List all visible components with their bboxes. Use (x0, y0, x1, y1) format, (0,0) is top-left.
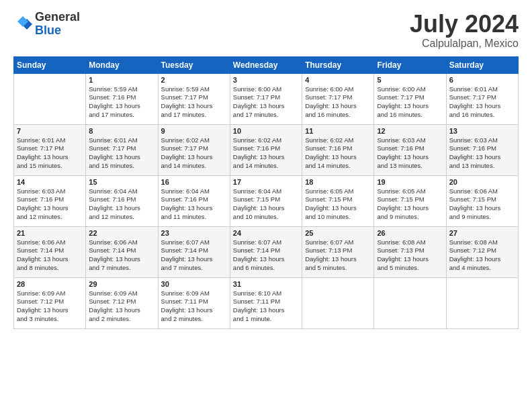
day-info: Sunrise: 6:04 AMSunset: 7:16 PMDaylight:… (161, 187, 227, 222)
day-info: Sunrise: 6:06 AMSunset: 7:14 PMDaylight:… (89, 238, 154, 273)
day-info: Sunrise: 6:02 AMSunset: 7:17 PMDaylight:… (161, 136, 227, 171)
day-info: Sunrise: 6:08 AMSunset: 7:12 PMDaylight:… (449, 238, 515, 273)
calendar-cell: 15Sunrise: 6:04 AMSunset: 7:16 PMDayligh… (86, 175, 158, 226)
day-info: Sunrise: 6:02 AMSunset: 7:16 PMDaylight:… (233, 136, 299, 171)
calendar-cell: 1Sunrise: 5:59 AMSunset: 7:16 PMDaylight… (86, 73, 158, 124)
calendar-week-0: 1Sunrise: 5:59 AMSunset: 7:16 PMDaylight… (14, 73, 519, 124)
calendar-cell: 3Sunrise: 6:00 AMSunset: 7:17 PMDaylight… (230, 73, 302, 124)
header-tuesday: Tuesday (158, 56, 230, 73)
calendar-cell: 28Sunrise: 6:09 AMSunset: 7:12 PMDayligh… (14, 277, 86, 328)
header-wednesday: Wednesday (230, 56, 302, 73)
day-info: Sunrise: 6:06 AMSunset: 7:15 PMDaylight:… (449, 187, 515, 222)
header-friday: Friday (374, 56, 446, 73)
calendar-cell: 16Sunrise: 6:04 AMSunset: 7:16 PMDayligh… (158, 175, 230, 226)
calendar-week-3: 21Sunrise: 6:06 AMSunset: 7:14 PMDayligh… (14, 226, 519, 277)
day-info: Sunrise: 6:06 AMSunset: 7:14 PMDaylight:… (17, 238, 83, 273)
calendar-cell: 11Sunrise: 6:02 AMSunset: 7:16 PMDayligh… (302, 124, 374, 175)
calendar-cell: 20Sunrise: 6:06 AMSunset: 7:15 PMDayligh… (446, 175, 518, 226)
day-number: 7 (17, 127, 83, 135)
day-number: 16 (161, 178, 227, 186)
calendar-cell (446, 277, 518, 328)
logo-text: General Blue (35, 11, 80, 38)
day-info: Sunrise: 6:07 AMSunset: 7:13 PMDaylight:… (305, 238, 371, 273)
day-number: 15 (89, 178, 154, 186)
day-number: 29 (89, 280, 154, 288)
day-number: 2 (161, 76, 227, 84)
day-info: Sunrise: 6:00 AMSunset: 7:17 PMDaylight:… (233, 85, 299, 120)
day-info: Sunrise: 6:03 AMSunset: 7:16 PMDaylight:… (449, 136, 515, 171)
header: General Blue July 2024 Calpulalpan, Mexi… (13, 11, 519, 50)
day-number: 23 (161, 229, 227, 237)
calendar-cell: 5Sunrise: 6:00 AMSunset: 7:17 PMDaylight… (374, 73, 446, 124)
calendar-cell: 8Sunrise: 6:01 AMSunset: 7:17 PMDaylight… (86, 124, 158, 175)
calendar-cell: 14Sunrise: 6:03 AMSunset: 7:16 PMDayligh… (14, 175, 86, 226)
calendar-cell: 10Sunrise: 6:02 AMSunset: 7:16 PMDayligh… (230, 124, 302, 175)
day-info: Sunrise: 6:08 AMSunset: 7:13 PMDaylight:… (377, 238, 443, 273)
header-thursday: Thursday (302, 56, 374, 73)
location: Calpulalpan, Mexico (410, 38, 519, 50)
calendar-cell: 23Sunrise: 6:07 AMSunset: 7:14 PMDayligh… (158, 226, 230, 277)
day-number: 22 (89, 229, 154, 237)
day-number: 12 (377, 127, 443, 135)
calendar-week-1: 7Sunrise: 6:01 AMSunset: 7:17 PMDaylight… (14, 124, 519, 175)
calendar-cell: 22Sunrise: 6:06 AMSunset: 7:14 PMDayligh… (86, 226, 158, 277)
logo-general: General (35, 11, 80, 24)
day-number: 11 (305, 127, 371, 135)
day-number: 18 (305, 178, 371, 186)
day-info: Sunrise: 6:07 AMSunset: 7:14 PMDaylight:… (233, 238, 299, 273)
calendar-cell: 4Sunrise: 6:00 AMSunset: 7:17 PMDaylight… (302, 73, 374, 124)
day-info: Sunrise: 6:05 AMSunset: 7:15 PMDaylight:… (305, 187, 371, 222)
day-number: 3 (233, 76, 299, 84)
calendar-cell: 24Sunrise: 6:07 AMSunset: 7:14 PMDayligh… (230, 226, 302, 277)
day-number: 9 (161, 127, 227, 135)
calendar-cell: 25Sunrise: 6:07 AMSunset: 7:13 PMDayligh… (302, 226, 374, 277)
day-info: Sunrise: 6:00 AMSunset: 7:17 PMDaylight:… (377, 85, 443, 120)
day-number: 14 (17, 178, 83, 186)
calendar-cell: 13Sunrise: 6:03 AMSunset: 7:16 PMDayligh… (446, 124, 518, 175)
day-info: Sunrise: 6:01 AMSunset: 7:17 PMDaylight:… (89, 136, 154, 171)
day-info: Sunrise: 6:02 AMSunset: 7:16 PMDaylight:… (305, 136, 371, 171)
day-info: Sunrise: 6:05 AMSunset: 7:15 PMDaylight:… (377, 187, 443, 222)
calendar-week-4: 28Sunrise: 6:09 AMSunset: 7:12 PMDayligh… (14, 277, 519, 328)
day-info: Sunrise: 6:09 AMSunset: 7:11 PMDaylight:… (161, 289, 227, 324)
day-info: Sunrise: 6:09 AMSunset: 7:12 PMDaylight:… (17, 289, 83, 324)
calendar-cell: 31Sunrise: 6:10 AMSunset: 7:11 PMDayligh… (230, 277, 302, 328)
day-info: Sunrise: 6:04 AMSunset: 7:15 PMDaylight:… (233, 187, 299, 222)
day-number: 27 (449, 229, 515, 237)
header-monday: Monday (86, 56, 158, 73)
day-number: 4 (305, 76, 371, 84)
day-number: 10 (233, 127, 299, 135)
logo: General Blue (13, 11, 80, 38)
day-info: Sunrise: 6:03 AMSunset: 7:16 PMDaylight:… (377, 136, 443, 171)
title-block: July 2024 Calpulalpan, Mexico (410, 11, 519, 50)
header-saturday: Saturday (446, 56, 518, 73)
day-info: Sunrise: 6:09 AMSunset: 7:12 PMDaylight:… (89, 289, 154, 324)
day-number: 24 (233, 229, 299, 237)
day-number: 20 (449, 178, 515, 186)
page: General Blue July 2024 Calpulalpan, Mexi… (0, 0, 532, 336)
logo-blue: Blue (35, 24, 80, 38)
day-number: 21 (17, 229, 83, 237)
day-info: Sunrise: 6:10 AMSunset: 7:11 PMDaylight:… (233, 289, 299, 324)
calendar-cell: 30Sunrise: 6:09 AMSunset: 7:11 PMDayligh… (158, 277, 230, 328)
day-number: 31 (233, 280, 299, 288)
day-info: Sunrise: 6:07 AMSunset: 7:14 PMDaylight:… (161, 238, 227, 273)
calendar-cell: 12Sunrise: 6:03 AMSunset: 7:16 PMDayligh… (374, 124, 446, 175)
calendar-cell (374, 277, 446, 328)
calendar-cell: 9Sunrise: 6:02 AMSunset: 7:17 PMDaylight… (158, 124, 230, 175)
day-info: Sunrise: 5:59 AMSunset: 7:16 PMDaylight:… (89, 85, 154, 120)
calendar-cell: 19Sunrise: 6:05 AMSunset: 7:15 PMDayligh… (374, 175, 446, 226)
day-info: Sunrise: 6:00 AMSunset: 7:17 PMDaylight:… (305, 85, 371, 120)
logo-icon (13, 15, 32, 34)
calendar-week-2: 14Sunrise: 6:03 AMSunset: 7:16 PMDayligh… (14, 175, 519, 226)
day-info: Sunrise: 6:04 AMSunset: 7:16 PMDaylight:… (89, 187, 154, 222)
day-number: 26 (377, 229, 443, 237)
day-number: 28 (17, 280, 83, 288)
calendar-cell: 7Sunrise: 6:01 AMSunset: 7:17 PMDaylight… (14, 124, 86, 175)
calendar-table: Sunday Monday Tuesday Wednesday Thursday… (13, 56, 519, 329)
day-number: 25 (305, 229, 371, 237)
day-number: 1 (89, 76, 154, 84)
calendar-cell: 2Sunrise: 5:59 AMSunset: 7:17 PMDaylight… (158, 73, 230, 124)
calendar-cell: 29Sunrise: 6:09 AMSunset: 7:12 PMDayligh… (86, 277, 158, 328)
day-number: 19 (377, 178, 443, 186)
